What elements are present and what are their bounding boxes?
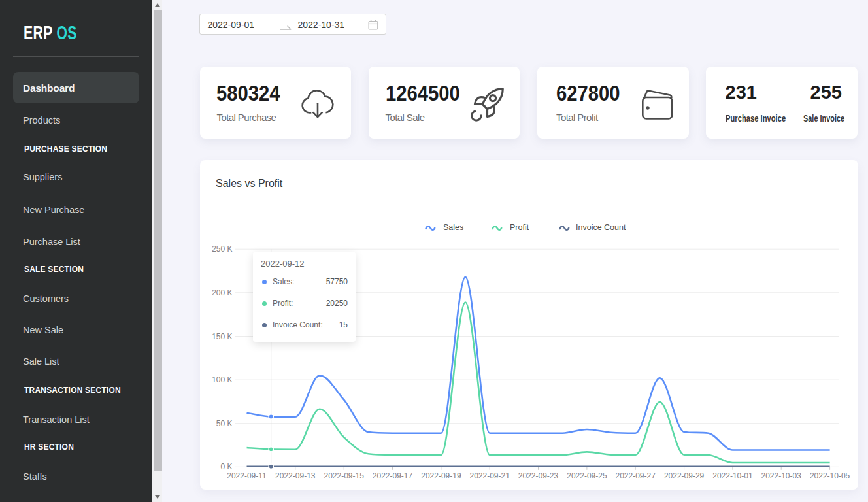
svg-text:2022-09-15: 2022-09-15 [324, 471, 364, 480]
svg-text:2022-09-17: 2022-09-17 [372, 471, 412, 480]
svg-text:100 K: 100 K [212, 375, 232, 384]
svg-text:150 K: 150 K [212, 331, 232, 341]
svg-text:2022-09-29: 2022-09-29 [663, 471, 704, 480]
svg-text:2022-09-27: 2022-09-27 [615, 471, 656, 480]
svg-text:250 K: 250 K [212, 244, 232, 254]
svg-text:0 K: 0 K [220, 462, 232, 471]
svg-text:2022-09-21: 2022-09-21 [469, 471, 510, 480]
svg-text:2022-09-13: 2022-09-13 [275, 471, 316, 480]
svg-text:2022-10-03: 2022-10-03 [761, 471, 801, 480]
svg-text:2022-09-19: 2022-09-19 [421, 471, 461, 480]
svg-text:2022-10-01: 2022-10-01 [712, 471, 753, 480]
svg-text:200 K: 200 K [212, 288, 232, 297]
svg-text:50 K: 50 K [216, 418, 232, 427]
svg-text:2022-09-23: 2022-09-23 [518, 471, 558, 480]
svg-text:2022-10-05: 2022-10-05 [809, 471, 850, 480]
svg-text:2022-09-25: 2022-09-25 [567, 471, 607, 480]
svg-text:2022-09-11: 2022-09-11 [227, 471, 267, 480]
